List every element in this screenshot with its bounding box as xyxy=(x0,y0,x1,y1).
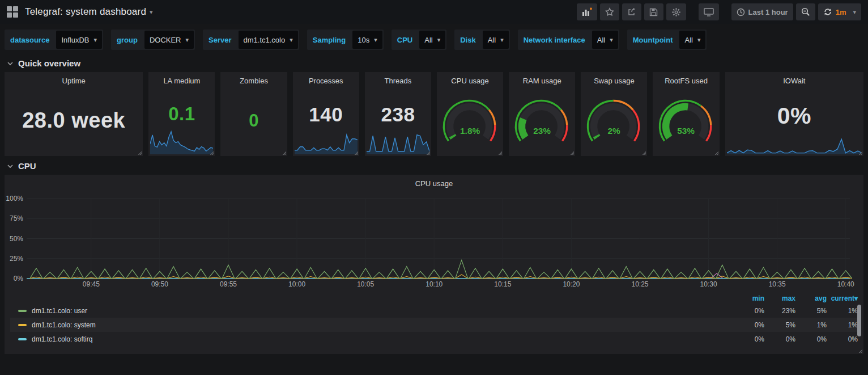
series-stat-max: 23% xyxy=(764,307,795,315)
time-picker-button[interactable]: Last 1 hour xyxy=(731,3,793,20)
refresh-icon xyxy=(823,7,832,16)
filter-mountpoint: MountpointAll▾ xyxy=(627,30,707,50)
panel-title[interactable]: Processes xyxy=(293,72,359,85)
star-icon xyxy=(605,7,614,16)
legend-scrollbar-thumb[interactable] xyxy=(857,305,861,336)
series-name[interactable]: dm1.tc1.colo: softirq xyxy=(32,335,733,343)
legend-column-current[interactable]: current▾ xyxy=(827,294,858,302)
star-button[interactable] xyxy=(600,3,619,20)
panel-title[interactable]: Swap usage xyxy=(581,72,647,85)
filter-cpu: CPUAll▾ xyxy=(392,30,446,50)
series-name[interactable]: dm1.tc1.colo: user xyxy=(32,307,733,315)
filter-selected-value: DOCKER xyxy=(150,36,181,44)
filter-value-dropdown[interactable]: 10s▾ xyxy=(352,31,382,49)
filter-value-dropdown[interactable]: All▾ xyxy=(679,31,705,49)
panel-threads: Threads238 xyxy=(365,72,431,156)
filter-value-dropdown[interactable]: dm1.tc1.colo▾ xyxy=(239,31,298,49)
filter-datasource: datasourceInfluxDB▾ xyxy=(5,30,103,50)
panel-title[interactable]: Zombies xyxy=(220,72,287,85)
legend-row: dm1.tc1.colo: softirq0%0%0%0% xyxy=(10,332,858,346)
chevron-down-icon: ▾ xyxy=(437,36,441,44)
stat-value: 0% xyxy=(777,103,811,129)
x-axis-tick: 10:05 xyxy=(357,280,374,288)
refresh-picker-button[interactable]: 1m ▾ xyxy=(818,3,861,20)
gauge: 53% xyxy=(653,94,719,148)
x-axis-tick: 10:15 xyxy=(494,280,511,288)
panel-title[interactable]: Threads xyxy=(365,72,431,85)
filter-selected-value: dm1.tc1.colo xyxy=(244,36,286,44)
filter-label: Network interface xyxy=(518,30,591,50)
x-axis-tick: 10:00 xyxy=(288,280,305,288)
add-panel-button[interactable] xyxy=(577,3,597,20)
legend-row: dm1.tc1.colo: user0%23%5%1% xyxy=(10,304,858,318)
x-axis-tick: 10:20 xyxy=(563,280,580,288)
series-name[interactable]: dm1.tc1.colo: system xyxy=(32,321,733,329)
series-stat-min: 0% xyxy=(733,335,764,343)
panel-title[interactable]: LA medium xyxy=(148,72,215,85)
section-title: Quick overview xyxy=(18,58,80,68)
template-variable-bar: datasourceInfluxDB▾groupDOCKER▾Serverdm1… xyxy=(0,24,868,53)
dashboard-title-caret-icon[interactable]: ▾ xyxy=(150,9,153,16)
share-button[interactable] xyxy=(622,3,641,20)
cpu-usage-graph-panel: CPU usage 0%25%50%75%100%09:4509:5009:55… xyxy=(5,175,863,354)
panel-processes: Processes140 xyxy=(293,72,359,156)
gauge-value: 1.8% xyxy=(460,126,480,136)
legend-column-max[interactable]: max xyxy=(764,294,795,302)
settings-button[interactable] xyxy=(666,3,686,20)
panel-title[interactable]: IOWait xyxy=(725,72,863,85)
x-axis-tick: 09:55 xyxy=(220,280,237,288)
filter-server: Serverdm1.tc1.colo▾ xyxy=(203,30,299,50)
stat-value: 0.1 xyxy=(168,103,195,125)
filter-label: CPU xyxy=(392,30,418,50)
save-icon xyxy=(649,8,658,16)
filter-label: Mountpoint xyxy=(627,30,679,50)
cpu-usage-plot-area[interactable]: 0%25%50%75%100%09:4509:5009:5510:0010:05… xyxy=(5,189,863,292)
series-line xyxy=(30,275,852,279)
filter-value-dropdown[interactable]: All▾ xyxy=(592,31,618,49)
time-series-chart: 0%25%50%75%100%09:4509:5009:5510:0010:05… xyxy=(5,189,863,290)
y-axis-tick: 0% xyxy=(14,275,24,283)
panel-title[interactable]: RAM usage xyxy=(509,72,575,85)
panel-title[interactable]: RootFS used xyxy=(653,72,719,85)
series-stat-max: 0% xyxy=(764,335,795,343)
filter-label: Sampling xyxy=(307,30,352,50)
cycle-view-mode-button[interactable] xyxy=(699,3,719,20)
filter-disk: DiskAll▾ xyxy=(454,30,509,50)
filter-value-dropdown[interactable]: All▾ xyxy=(419,31,445,49)
filter-value-dropdown[interactable]: DOCKER▾ xyxy=(144,31,194,49)
panel-title[interactable]: CPU usage xyxy=(437,72,503,85)
series-color-swatch[interactable] xyxy=(18,310,27,312)
legend-row: dm1.tc1.colo: system0%5%1%1% xyxy=(10,318,858,332)
panel-title[interactable]: CPU usage xyxy=(5,175,863,189)
y-axis-tick: 100% xyxy=(6,195,23,203)
legend-column-min[interactable]: min xyxy=(733,294,764,302)
panel-rootfs-used: RootFS used53% xyxy=(653,72,719,156)
gear-icon xyxy=(671,7,681,17)
filter-value-dropdown[interactable]: All▾ xyxy=(483,31,509,49)
series-stat-max: 5% xyxy=(764,321,795,329)
filter-label: datasource xyxy=(5,30,55,50)
save-button[interactable] xyxy=(644,3,663,20)
dashboard-title[interactable]: Telegraf: system dashboard xyxy=(25,6,146,18)
stat-value: 28.0 week xyxy=(22,108,125,133)
legend-column-avg[interactable]: avg xyxy=(795,294,827,302)
sort-caret-icon: ▾ xyxy=(854,294,858,302)
legend-header: minmaxavgcurrent▾ xyxy=(10,293,858,304)
navbar: Telegraf: system dashboard ▾ xyxy=(0,0,868,24)
filter-selected-value: All xyxy=(488,36,496,44)
x-axis-tick: 10:30 xyxy=(700,280,717,288)
y-axis-tick: 50% xyxy=(10,235,23,243)
panel-title[interactable]: Uptime xyxy=(5,72,143,85)
section-title: CPU xyxy=(18,161,36,171)
section-header-cpu[interactable]: CPU xyxy=(0,156,868,175)
zoom-out-button[interactable] xyxy=(796,3,815,20)
series-color-swatch[interactable] xyxy=(18,338,27,340)
filter-value-dropdown[interactable]: InfluxDB▾ xyxy=(56,31,102,49)
series-color-swatch[interactable] xyxy=(18,324,27,326)
zoom-out-icon xyxy=(801,7,810,16)
gauge-value: 53% xyxy=(678,126,695,136)
refresh-interval-label: 1m xyxy=(836,8,846,16)
chevron-down-icon: ▾ xyxy=(374,36,377,44)
section-header-quick-overview[interactable]: Quick overview xyxy=(0,53,868,72)
panel-iowait: IOWait0% xyxy=(725,72,863,156)
